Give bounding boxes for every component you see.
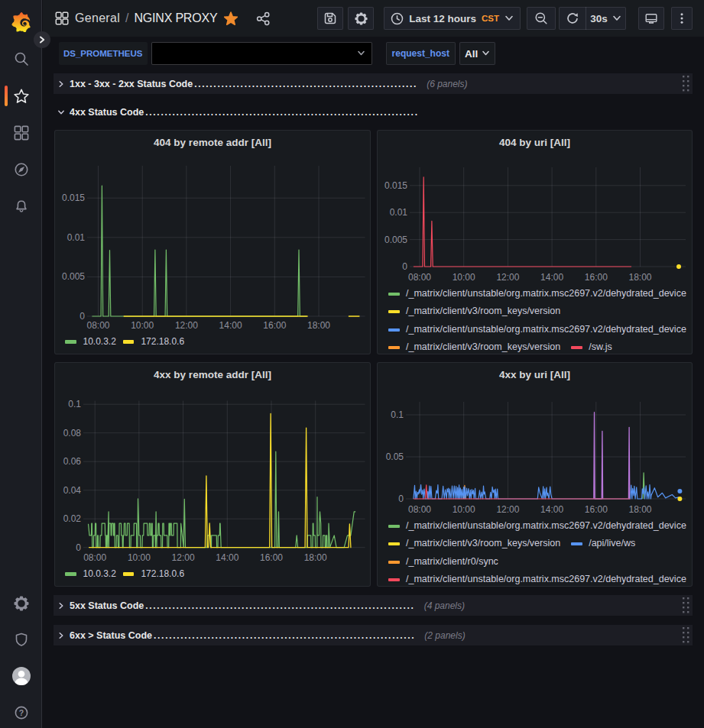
svg-text:?: ? bbox=[18, 708, 23, 717]
svg-text:18:00: 18:00 bbox=[304, 552, 327, 563]
svg-text:0.015: 0.015 bbox=[384, 180, 407, 191]
svg-text:16:00: 16:00 bbox=[263, 320, 286, 331]
svg-text:10:00: 10:00 bbox=[128, 552, 151, 563]
svg-text:0.1: 0.1 bbox=[68, 399, 81, 409]
svg-text:10:00: 10:00 bbox=[453, 272, 475, 283]
svg-text:10:00: 10:00 bbox=[453, 504, 475, 515]
svg-text:14:00: 14:00 bbox=[540, 504, 563, 515]
svg-text:0.005: 0.005 bbox=[384, 235, 407, 245]
svg-text:0.08: 0.08 bbox=[63, 428, 82, 438]
svg-text:0.06: 0.06 bbox=[63, 456, 82, 467]
svg-text:0.02: 0.02 bbox=[63, 513, 82, 524]
svg-text:16:00: 16:00 bbox=[260, 552, 283, 563]
svg-text:0: 0 bbox=[402, 261, 407, 272]
svg-text:18:00: 18:00 bbox=[628, 504, 651, 515]
svg-text:16:00: 16:00 bbox=[585, 272, 608, 283]
svg-text:08:00: 08:00 bbox=[86, 320, 109, 331]
svg-text:08:00: 08:00 bbox=[408, 504, 431, 515]
svg-text:0.01: 0.01 bbox=[390, 207, 408, 218]
svg-text:0: 0 bbox=[398, 493, 404, 504]
svg-text:08:00: 08:00 bbox=[83, 552, 106, 563]
svg-text:14:00: 14:00 bbox=[219, 320, 242, 331]
svg-text:12:00: 12:00 bbox=[175, 320, 198, 331]
svg-text:18:00: 18:00 bbox=[307, 320, 330, 331]
svg-text:10:00: 10:00 bbox=[131, 320, 154, 331]
svg-text:08:00: 08:00 bbox=[408, 272, 431, 283]
svg-text:12:00: 12:00 bbox=[496, 504, 519, 515]
svg-text:0.1: 0.1 bbox=[391, 409, 404, 420]
svg-text:18:00: 18:00 bbox=[628, 272, 651, 283]
svg-text:12:00: 12:00 bbox=[496, 272, 519, 283]
svg-text:0: 0 bbox=[79, 311, 85, 322]
svg-text:0.04: 0.04 bbox=[63, 485, 82, 496]
svg-text:0.005: 0.005 bbox=[62, 271, 85, 282]
svg-text:0: 0 bbox=[76, 542, 81, 553]
svg-text:16:00: 16:00 bbox=[585, 504, 608, 515]
svg-text:0.05: 0.05 bbox=[386, 451, 404, 462]
svg-text:0.015: 0.015 bbox=[62, 193, 85, 203]
svg-text:12:00: 12:00 bbox=[172, 552, 195, 563]
svg-text:14:00: 14:00 bbox=[216, 552, 238, 563]
svg-text:0.01: 0.01 bbox=[67, 232, 86, 243]
svg-text:14:00: 14:00 bbox=[540, 272, 563, 283]
